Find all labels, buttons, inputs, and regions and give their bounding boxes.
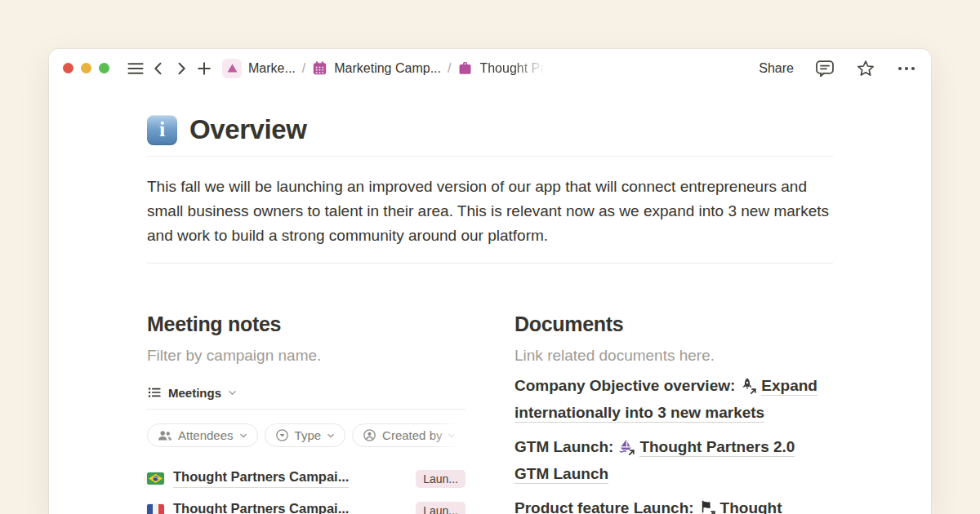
- document-item: Product feature Launch: Thought: [514, 494, 833, 514]
- person-icon: [363, 428, 376, 442]
- france-flag-icon: [147, 504, 164, 514]
- chevron-down-icon: [228, 388, 237, 397]
- brazil-flag-icon: [147, 472, 164, 485]
- breadcrumb-label: Marketing Camp...: [334, 61, 441, 76]
- people-icon: [158, 429, 172, 442]
- filter-chip-type[interactable]: Type: [265, 423, 346, 447]
- ellipsis-icon: [896, 59, 917, 78]
- page-title-row: i Overview: [147, 114, 833, 145]
- documents-description: Link related documents here.: [514, 347, 833, 365]
- page-content: i Overview This fall we will be launchin…: [49, 114, 931, 514]
- view-label: Meetings: [168, 386, 221, 400]
- document-label: GTM Launch:: [514, 438, 613, 455]
- breadcrumb-separator: /: [302, 61, 305, 76]
- campaign-tag[interactable]: Laun...: [416, 470, 466, 488]
- star-icon: [856, 59, 875, 78]
- meeting-row[interactable]: Thought Partners Campai... Laun...: [147, 498, 466, 514]
- meeting-row[interactable]: Thought Partners Campai... Laun...: [147, 466, 466, 491]
- meeting-notes-column: Meeting notes Filter by campaign name.: [147, 312, 466, 514]
- documents-column: Documents Link related documents here. C…: [514, 312, 833, 514]
- back-button[interactable]: [147, 57, 170, 80]
- more-options-button[interactable]: [896, 59, 917, 78]
- share-button[interactable]: Share: [759, 61, 794, 76]
- notion-window: Marke... / Marketing C: [49, 49, 931, 514]
- chevron-right-icon: [173, 60, 189, 77]
- filter-chip-created-by[interactable]: Created by: [352, 423, 466, 447]
- zoom-window-button[interactable]: [99, 63, 109, 73]
- forward-button[interactable]: [170, 57, 193, 80]
- filter-chip-label: Type: [295, 428, 322, 442]
- document-label: Company Objective overview:: [514, 377, 735, 394]
- chevron-down-icon: [239, 432, 247, 440]
- intro-paragraph: This fall we will be launching an improv…: [147, 175, 833, 248]
- triangle-logo-icon: [222, 59, 242, 78]
- campaign-tag[interactable]: Laun...: [416, 502, 466, 514]
- chevron-down-icon: [327, 432, 335, 440]
- window-topbar: Marke... / Marketing C: [49, 49, 931, 87]
- close-window-button[interactable]: [63, 63, 74, 73]
- meeting-notes-heading: Meeting notes: [147, 312, 466, 336]
- black-flag-icon: [699, 499, 717, 514]
- filter-chip-label: Created by: [382, 428, 442, 442]
- breadcrumb-item-thought-partners[interactable]: Thought Pa: [457, 60, 547, 76]
- breadcrumb-item-campaigns[interactable]: Marketing Camp...: [312, 60, 441, 76]
- filter-chips-row: Attendees Type: [147, 423, 466, 447]
- meeting-page-link[interactable]: Thought Partners Campai...: [173, 469, 349, 488]
- rocket-icon: [740, 377, 758, 395]
- calendar-icon: [312, 60, 327, 76]
- select-icon: [275, 428, 289, 442]
- hamburger-icon: [126, 59, 145, 78]
- breadcrumb-item-workspace[interactable]: Marke...: [222, 59, 296, 78]
- sailboat-icon: [618, 438, 636, 456]
- breadcrumb-label: Marke...: [248, 61, 296, 76]
- divider: [147, 409, 466, 410]
- document-item: GTM Launch: Thought Partners 2.0 GTM Lau…: [514, 433, 833, 487]
- page-title: Overview: [189, 114, 307, 145]
- comments-button[interactable]: [814, 59, 835, 78]
- divider: [147, 156, 833, 157]
- divider: [147, 263, 833, 264]
- document-link[interactable]: Thought: [720, 499, 782, 514]
- briefcase-icon: [457, 60, 473, 76]
- filter-chip-label: Attendees: [178, 428, 234, 442]
- sidebar-menu-button[interactable]: [124, 57, 147, 80]
- meetings-view-selector[interactable]: Meetings: [147, 385, 466, 400]
- traffic-lights: [63, 63, 109, 73]
- bulleted-list-icon: [147, 385, 162, 400]
- favorite-button[interactable]: [856, 59, 875, 78]
- filter-chip-attendees[interactable]: Attendees: [147, 423, 258, 447]
- chevron-left-icon: [150, 60, 167, 77]
- plus-icon: [196, 60, 212, 77]
- documents-heading: Documents: [514, 312, 833, 336]
- document-label: Product feature Launch:: [514, 499, 694, 514]
- meeting-page-link[interactable]: Thought Partners Campai...: [173, 501, 349, 514]
- meeting-notes-description: Filter by campaign name.: [147, 347, 466, 365]
- breadcrumb: Marke... / Marketing C: [222, 59, 547, 78]
- minimize-window-button[interactable]: [81, 63, 91, 73]
- comment-bubble-icon: [814, 59, 835, 78]
- chevron-down-icon: [448, 432, 456, 440]
- breadcrumb-label: Thought Pa: [479, 61, 547, 76]
- document-item: Company Objective overview:: [514, 372, 833, 426]
- new-page-button[interactable]: [193, 57, 216, 80]
- info-icon[interactable]: i: [147, 115, 177, 145]
- breadcrumb-separator: /: [448, 61, 451, 76]
